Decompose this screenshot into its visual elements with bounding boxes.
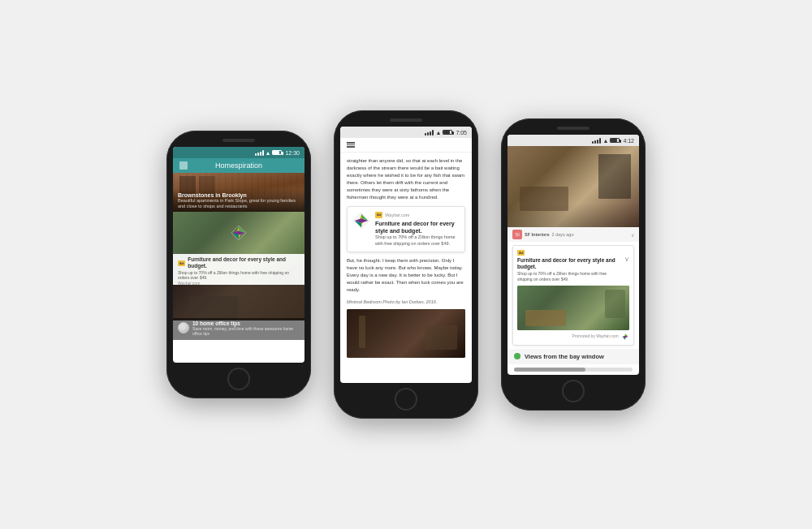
- article-text-1: straighter than anyone did, so that at e…: [347, 157, 465, 201]
- source-name: SF Interiors: [525, 232, 550, 237]
- phone-1-status-bar: ▲ 12:30: [173, 147, 304, 158]
- phone-3: ▲ 4:12 SI: [501, 118, 646, 411]
- expand-icon[interactable]: ∨: [631, 232, 634, 238]
- phone-1-screen: ▲ 12:30 Homespiration: [173, 147, 304, 363]
- author-avatar: [178, 322, 189, 333]
- card-title: Brownstones in Brooklyn: [178, 192, 300, 198]
- section-title: Views from the bay window: [525, 353, 604, 360]
- hamburger-menu[interactable]: [347, 141, 355, 148]
- card-subtitle: Beautiful apartments in Park Slope, grea…: [178, 198, 300, 209]
- time-display-3: 4:12: [623, 138, 634, 144]
- ad-card-2[interactable]: Ad Wayfair.com Furniture and decor for e…: [347, 206, 465, 253]
- time-display: 12:30: [285, 150, 300, 156]
- ad-image: [517, 286, 629, 330]
- ad-badge-3: Ad: [517, 250, 525, 256]
- ad-source-line: Ad Wayfair.com: [375, 212, 460, 218]
- status-icons: ▲ 12:30: [255, 149, 300, 156]
- phone-3-screen: ▲ 4:12 SI: [508, 135, 639, 375]
- phone-2-screen: ▲ 7:05 straighter than anyone did, so th…: [340, 127, 472, 383]
- signal-icon-3: [592, 137, 601, 144]
- card3-overlay: 10 home office tips Save room, money, an…: [173, 318, 304, 340]
- phone-1-speaker: [222, 139, 255, 142]
- top-photo-bg: [508, 146, 639, 227]
- source-time: 2 days ago: [552, 232, 574, 237]
- ad-collapse-icon[interactable]: ∨: [624, 250, 629, 264]
- phone-1: ▲ 12:30 Homespiration: [166, 131, 311, 398]
- ad-title-3: Furniture and decor for every style and …: [517, 257, 621, 271]
- article-caption: Minimal Bedroom Photo by Ian Durkan, 201…: [347, 299, 465, 305]
- card-brownstones[interactable]: Brownstones in Brooklyn Beautiful apartm…: [173, 173, 304, 212]
- ad-title-2: Furniture and decor for every style and …: [375, 220, 460, 234]
- article-content: straighter than anyone did, so that at e…: [340, 153, 472, 363]
- battery-icon: [272, 150, 282, 155]
- card-overlay: Brownstones in Brooklyn Beautiful apartm…: [173, 189, 304, 212]
- card3-title: 10 home office tips: [178, 320, 300, 326]
- progress-bar: [514, 368, 633, 372]
- footer-text: Promoted by Wayfair.com: [572, 333, 619, 338]
- wifi-icon: ▲: [266, 150, 271, 156]
- phone-3-speaker: [557, 127, 590, 130]
- status-icons-2: ▲ 7:05: [425, 129, 467, 135]
- ad-subtitle-3: Shop up to 70% off a Zillion things home…: [517, 271, 621, 282]
- article-image: [347, 309, 465, 358]
- caption-credit: Photo by Ian Durkan, 2016.: [382, 299, 437, 304]
- wayfair-logo: [352, 212, 370, 230]
- phone-2: ▲ 7:05 straighter than anyone did, so th…: [334, 110, 478, 419]
- home-office-bg: [173, 285, 304, 320]
- phone-1-header: Homespiration: [173, 158, 304, 173]
- source-info-bar: SI SF Interiors 2 days ago ∨: [508, 227, 639, 242]
- section-dot: [514, 353, 520, 359]
- caption-text: Minimal Bedroom: [347, 299, 382, 304]
- ad-subtitle-2: Shop up to 70% off a Zillion things home…: [375, 234, 460, 247]
- wayfair-footer: Promoted by Wayfair.com: [517, 333, 629, 341]
- ad-badge: Ad: [178, 260, 185, 266]
- phones-container: ▲ 12:30 Homespiration: [150, 94, 662, 435]
- signal-icon-2: [425, 129, 434, 135]
- battery-icon-3: [610, 138, 620, 143]
- phone-2-toolbar: [340, 138, 472, 153]
- phone-3-status-bar: ▲ 4:12: [508, 135, 639, 146]
- source-details: SI SF Interiors 2 days ago: [512, 230, 573, 239]
- phone-3-home-button[interactable]: [562, 380, 585, 402]
- card3-subtitle: Save room, money, and time with these aw…: [178, 326, 300, 337]
- article-text-2: But, he thought. I keep them with precis…: [347, 257, 465, 294]
- battery-icon-2: [443, 130, 452, 135]
- ad-title: Furniture and decor for every style and …: [188, 256, 300, 269]
- phone-2-speaker: [390, 118, 422, 122]
- ad-card-3[interactable]: Ad Furniture and decor for every style a…: [512, 245, 634, 346]
- card-ad[interactable]: Ad Furniture and decor for every style a…: [173, 212, 304, 285]
- phone-1-home-button[interactable]: [227, 368, 250, 390]
- ad-text: Ad Furniture and decor for every style a…: [517, 250, 621, 282]
- signal-icon: [255, 149, 264, 156]
- source-logo: SI: [512, 230, 522, 239]
- status-icons-3: ▲ 4:12: [592, 137, 634, 144]
- ad-body: Ad Wayfair.com Furniture and decor for e…: [375, 212, 460, 247]
- wifi-icon-3: ▲: [603, 138, 608, 144]
- ad-subtitle: Shop up to 70% off a Zillion things home…: [178, 270, 300, 281]
- phone-2-status-bar: ▲ 7:05: [340, 127, 472, 138]
- bay-window-section: Views from the bay window: [508, 349, 639, 364]
- ad-header: Ad Furniture and decor for every style a…: [517, 250, 629, 282]
- top-photo-card[interactable]: [508, 146, 639, 227]
- phone-2-home-button[interactable]: [395, 388, 417, 411]
- progress-fill: [514, 368, 585, 372]
- app-title: Homespiration: [191, 161, 287, 170]
- ad-badge-2: Ad: [375, 212, 382, 218]
- time-display-2: 7:05: [456, 130, 467, 135]
- home-icon: [179, 161, 188, 170]
- ad-source-2: Wayfair.com: [385, 212, 409, 218]
- wifi-icon-2: ▲: [435, 130, 441, 135]
- card-home-office[interactable]: 10 home office tips Save room, money, an…: [173, 285, 304, 340]
- ad-overlay: Ad Furniture and decor for every style a…: [173, 254, 304, 285]
